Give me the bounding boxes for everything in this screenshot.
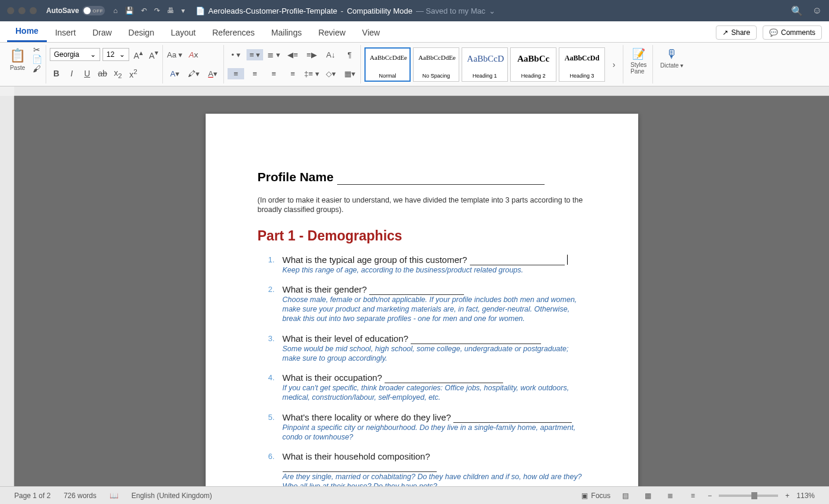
answer-blank xyxy=(411,333,541,344)
autosave-toggle[interactable]: AutoSave OFF xyxy=(46,6,105,15)
zoom-slider[interactable] xyxy=(719,495,778,497)
highlight-icon[interactable]: 🖍▾ xyxy=(185,68,202,79)
save-status: — Saved to my Mac xyxy=(416,7,485,15)
subscript-icon[interactable]: x2 xyxy=(111,68,124,79)
style-no-spacing[interactable]: AaBbCcDdEe No Spacing xyxy=(413,47,459,82)
shading-icon[interactable]: ◇▾ xyxy=(322,68,339,79)
style-heading-3[interactable]: AaBbCcDd Heading 3 xyxy=(559,47,605,82)
numbering-icon[interactable]: ≡ ▾ xyxy=(247,49,263,60)
customize-qat-icon[interactable]: ▾ xyxy=(181,7,185,15)
change-case-icon[interactable]: Aa ▾ xyxy=(167,49,183,60)
strikethrough-icon[interactable]: ab xyxy=(96,69,109,78)
tab-design[interactable]: Design xyxy=(120,23,163,42)
clear-format-icon[interactable]: A𝗑 xyxy=(185,49,202,60)
ribbon-tabs: Home Insert Draw Design Layout Reference… xyxy=(0,21,829,43)
tab-home[interactable]: Home xyxy=(7,21,47,42)
outline-view-icon[interactable]: ≣ xyxy=(662,490,678,502)
web-layout-view-icon[interactable]: ▦ xyxy=(640,490,655,502)
horizontal-ruler[interactable] xyxy=(14,86,829,96)
question-text: What is their occupation? xyxy=(283,373,586,383)
superscript-icon[interactable]: x2 xyxy=(127,68,140,79)
style-preview: AaBbCcDd xyxy=(564,50,600,66)
maximize-window-btn[interactable] xyxy=(30,7,37,14)
copy-icon[interactable]: 📄 xyxy=(30,54,43,64)
question-list: 1.What is the typical age group of this … xyxy=(258,255,586,487)
dictate-label: Dictate xyxy=(660,62,678,69)
document-area[interactable]: Profile Name (In order to make it easier… xyxy=(14,96,829,487)
zoom-in-icon[interactable]: + xyxy=(785,492,789,500)
bullets-icon[interactable]: • ▾ xyxy=(228,49,244,60)
language-indicator[interactable]: English (United Kingdom) xyxy=(132,492,212,500)
print-layout-view-icon[interactable]: ▤ xyxy=(617,490,633,502)
comments-button[interactable]: 💬 Comments xyxy=(763,25,822,40)
increase-indent-icon[interactable]: ≡▶ xyxy=(303,49,320,60)
styles-pane-button[interactable]: 📝 Styles Pane xyxy=(627,45,650,77)
dictate-button[interactable]: 🎙 Dictate ▾ xyxy=(657,45,687,71)
line-spacing-icon[interactable]: ‡≡ ▾ xyxy=(303,68,320,79)
minimize-window-btn[interactable] xyxy=(18,7,25,14)
question-number: 4. xyxy=(268,373,275,382)
italic-icon[interactable]: I xyxy=(65,69,78,78)
multilevel-icon[interactable]: ≣ ▾ xyxy=(265,49,282,60)
sort-icon[interactable]: A↓ xyxy=(322,49,339,60)
style-normal[interactable]: AaBbCcDdEe Normal xyxy=(364,47,411,82)
grow-font-icon[interactable]: A▴ xyxy=(132,49,145,60)
question-text: What is the typical age group of this cu… xyxy=(283,255,586,265)
page-indicator[interactable]: Page 1 of 2 xyxy=(14,492,50,500)
proofing-icon[interactable]: 📖 xyxy=(110,492,119,500)
document-page[interactable]: Profile Name (In order to make it easier… xyxy=(206,114,638,487)
print-icon[interactable]: 🖶 xyxy=(167,7,174,15)
focus-mode-btn[interactable]: ▣Focus xyxy=(581,492,611,500)
styles-more-icon[interactable]: › xyxy=(607,60,620,69)
home-icon[interactable]: ⌂ xyxy=(113,7,117,15)
tab-layout[interactable]: Layout xyxy=(162,23,204,42)
style-heading-1[interactable]: AaBbCcD Heading 1 xyxy=(462,47,508,82)
tab-insert[interactable]: Insert xyxy=(47,23,84,42)
format-painter-icon[interactable]: 🖌 xyxy=(30,64,43,73)
zoom-out-icon[interactable]: − xyxy=(708,492,712,500)
text-effects-icon[interactable]: A▾ xyxy=(167,68,183,79)
question-hint: Some would be mid school, high school, s… xyxy=(283,344,586,364)
underline-icon[interactable]: U xyxy=(81,69,94,78)
bold-icon[interactable]: B xyxy=(50,69,63,78)
justify-icon[interactable]: ≡ xyxy=(284,68,301,79)
decrease-indent-icon[interactable]: ◀≡ xyxy=(284,49,301,60)
close-window-btn[interactable] xyxy=(7,7,14,14)
align-center-icon[interactable]: ≡ xyxy=(247,68,263,79)
tab-references[interactable]: References xyxy=(204,23,263,42)
undo-icon[interactable]: ↶ xyxy=(141,7,147,15)
tab-mailings[interactable]: Mailings xyxy=(263,23,310,42)
align-left-icon[interactable]: ≡ xyxy=(228,68,244,79)
focus-icon: ▣ xyxy=(581,492,588,500)
share-button[interactable]: ↗ Share xyxy=(716,25,757,40)
redo-icon[interactable]: ↷ xyxy=(154,7,160,15)
style-heading-2[interactable]: AaBbCc Heading 2 xyxy=(510,47,556,82)
paragraph-marks-icon[interactable]: ¶ xyxy=(341,49,358,60)
paste-button[interactable]: 📋 Paste xyxy=(6,45,29,73)
question-hint: Keep this range of age, according to the… xyxy=(283,265,586,275)
shrink-font-icon[interactable]: A▾ xyxy=(147,49,160,60)
tab-draw[interactable]: Draw xyxy=(84,23,120,42)
borders-icon[interactable]: ▦▾ xyxy=(341,68,358,79)
search-icon[interactable]: 🔍 xyxy=(791,5,803,17)
question-hint: Are they single, married or cohabitating… xyxy=(283,472,586,487)
cut-icon[interactable]: ✂ xyxy=(30,45,43,54)
word-count[interactable]: 726 words xyxy=(63,492,96,500)
question-hint: Choose male, female or both/not applicab… xyxy=(283,295,586,324)
account-icon[interactable]: ☺ xyxy=(812,5,822,17)
window-controls xyxy=(7,7,37,14)
titlebar: AutoSave OFF ⌂ 💾 ↶ ↷ 🖶 ▾ 📄 Aeroleads-Cus… xyxy=(0,0,829,21)
tab-review[interactable]: Review xyxy=(310,23,354,42)
font-family-select[interactable]: Georgia⌄ xyxy=(50,48,100,61)
question-item: 2.What is their gender? Choose male, fem… xyxy=(283,284,586,324)
font-size-select[interactable]: 12⌄ xyxy=(103,48,129,61)
draft-view-icon[interactable]: ≡ xyxy=(685,490,700,502)
save-icon[interactable]: 💾 xyxy=(125,7,134,15)
style-label: Normal xyxy=(370,73,405,79)
tab-view[interactable]: View xyxy=(354,23,388,42)
vertical-ruler[interactable] xyxy=(0,96,14,486)
align-right-icon[interactable]: ≡ xyxy=(265,68,282,79)
font-color-icon[interactable]: A▾ xyxy=(204,68,221,79)
save-status-chevron-icon[interactable]: ⌄ xyxy=(489,7,495,15)
zoom-level[interactable]: 113% xyxy=(796,492,815,500)
